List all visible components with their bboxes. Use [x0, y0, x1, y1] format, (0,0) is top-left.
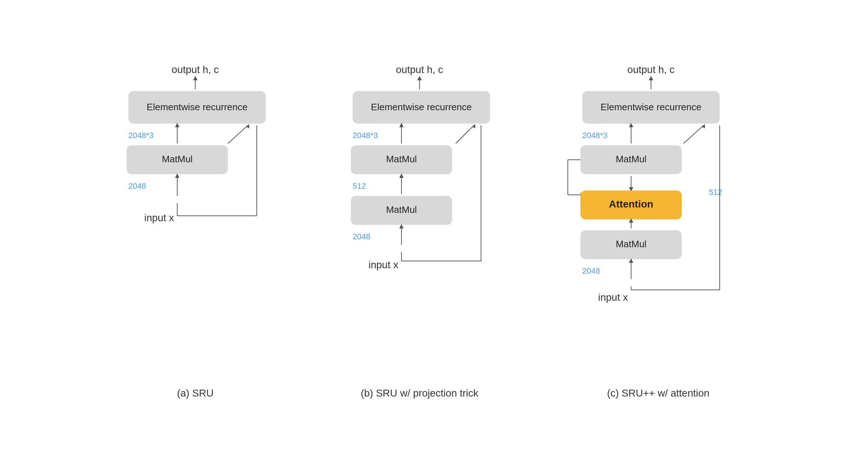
sru-proj-label-2048x3: 2048*3 — [353, 131, 378, 140]
sru-attn-output-label: output h, c — [627, 64, 675, 75]
sru-proj-label-2048: 2048 — [353, 232, 370, 241]
sru-attn-matmul-top-label: MatMul — [616, 154, 646, 164]
sru-attn-input-label: input x — [598, 292, 628, 303]
sru-label-2048: 2048 — [128, 181, 146, 190]
panel-sru-attention: output h, c Elementwise recurrence 2048*… — [553, 55, 763, 399]
svg-marker-1 — [193, 76, 197, 80]
sru-attn-attention-label: Attention — [609, 198, 654, 210]
sru-output-label: output h, c — [172, 64, 219, 75]
sru-attn-caption: (c) SRU++ w/ attention — [607, 387, 709, 399]
sru-matmul-label: MatMul — [162, 154, 192, 164]
sru-proj-elementwise-label: Elementwise recurrence — [371, 102, 472, 112]
sru-label-2048x3: 2048*3 — [128, 131, 154, 140]
sru-proj-svg: output h, c Elementwise recurrence 2048*… — [329, 55, 510, 380]
sru-attn-matmul-bot-label: MatMul — [616, 239, 646, 249]
sru-attn-elementwise-label: Elementwise recurrence — [601, 102, 702, 112]
sru-attn-label-2048x3: 2048*3 — [582, 131, 608, 140]
sru-attn-label-2048: 2048 — [582, 266, 600, 275]
sru-proj-label-512: 512 — [353, 181, 366, 190]
sru-attn-label-512: 512 — [709, 188, 722, 197]
sru-elementwise-label: Elementwise recurrence — [147, 102, 248, 112]
sru-proj-output-label: output h, c — [396, 64, 443, 75]
sru-proj-input-label: input x — [369, 259, 399, 270]
sru-proj-caption: (b) SRU w/ projection trick — [361, 387, 478, 399]
sru-input-label: input x — [144, 212, 174, 223]
svg-line-4 — [228, 125, 248, 144]
sru-attn-svg: output h, c Elementwise recurrence 2048*… — [553, 55, 763, 380]
sru-proj-matmul-top-label: MatMul — [386, 154, 417, 164]
panel-sru-projection: output h, c Elementwise recurrence 2048*… — [329, 55, 510, 399]
panel-sru: output h, c Elementwise recurrence 2048*… — [105, 55, 286, 399]
sru-svg: output h, c Elementwise recurrence 2048*… — [105, 55, 286, 380]
svg-marker-25 — [649, 76, 653, 80]
sru-proj-matmul-bot-label: MatMul — [386, 204, 417, 215]
diagram-container: output h, c Elementwise recurrence 2048*… — [0, 33, 868, 421]
svg-marker-12 — [417, 76, 422, 80]
svg-line-15 — [456, 125, 474, 144]
svg-line-28 — [684, 125, 703, 144]
sru-caption: (a) SRU — [177, 387, 213, 399]
